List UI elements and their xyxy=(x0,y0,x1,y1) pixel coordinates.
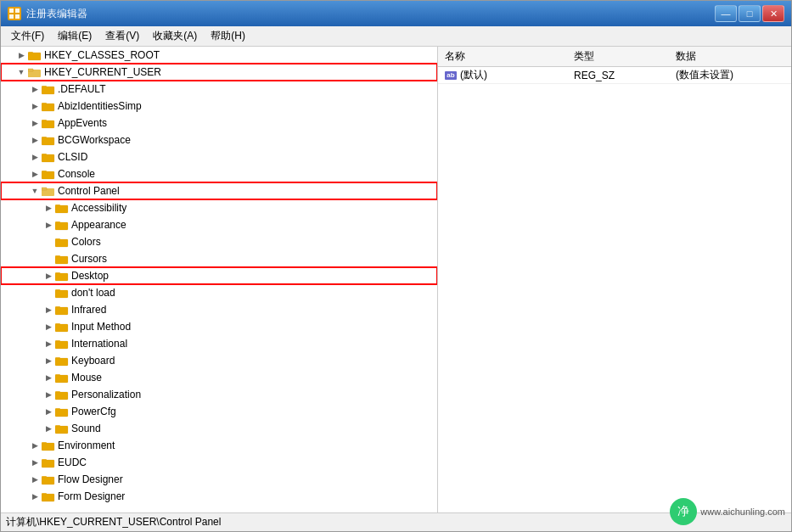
tree-expander-cursors[interactable] xyxy=(42,252,55,266)
tree-expander-flowdesigner[interactable]: ▶ xyxy=(28,473,42,486)
svg-rect-33 xyxy=(55,205,68,213)
tree-item-environment[interactable]: ▶ Environment xyxy=(1,437,437,454)
tree-item-eudc[interactable]: ▶ EUDC xyxy=(1,454,437,471)
svg-rect-84 xyxy=(42,494,54,501)
tree-expander-abiz[interactable]: ▶ xyxy=(28,99,42,113)
tree-expander-environment[interactable]: ▶ xyxy=(28,439,42,452)
tree-expander-sound[interactable]: ▶ xyxy=(42,422,55,435)
tree-label-keyboard: Keyboard xyxy=(71,355,115,367)
svg-rect-75 xyxy=(42,443,54,451)
tree-item-hkcu[interactable]: ▼ HKEY_CURRENT_USER xyxy=(1,64,437,81)
menu-item-f[interactable]: 文件(F) xyxy=(4,27,51,45)
tree-expander-clsid[interactable]: ▶ xyxy=(28,150,42,164)
status-text: 计算机\HKEY_CURRENT_USER\Control Panel xyxy=(6,515,221,529)
tree-label-bcgworkspace: BCGWorkspace xyxy=(58,134,131,146)
tree-expander-mouse[interactable]: ▶ xyxy=(42,371,55,384)
svg-rect-54 xyxy=(55,324,68,332)
svg-rect-57 xyxy=(55,341,68,349)
tree-item-console[interactable]: ▶ Console xyxy=(1,165,437,182)
tree-expander-inputmethod[interactable]: ▶ xyxy=(42,320,55,333)
tree-item-dontload[interactable]: don't load xyxy=(1,284,437,301)
tree-expander-bcgworkspace[interactable]: ▶ xyxy=(28,133,42,147)
tree-item-formdesigner[interactable]: ▶ Form Designer xyxy=(1,488,437,505)
tree-item-appevents[interactable]: ▶ AppEvents xyxy=(1,115,437,132)
tree-expander-powercfg[interactable]: ▶ xyxy=(42,405,55,418)
registry-values-panel: 名称 类型 数据 ab(默认)REG_SZ(数值未设置) xyxy=(438,47,791,512)
menu-item-e[interactable]: 编辑(E) xyxy=(51,27,98,45)
tree-label-cursors: Cursors xyxy=(71,253,107,265)
tree-item-powercfg[interactable]: ▶ PowerCfg xyxy=(1,403,437,420)
tree-label-flowdesigner: Flow Designer xyxy=(58,473,123,485)
tree-expander-hkcr[interactable]: ▶ xyxy=(14,48,28,62)
folder-icon-eudc xyxy=(42,456,55,468)
tree-item-abiz[interactable]: ▶ AbizIdentitiesSimp xyxy=(1,98,437,115)
folder-icon-keyboard xyxy=(55,355,69,367)
tree-expander-console[interactable]: ▶ xyxy=(28,167,42,181)
tree-expander-default[interactable]: ▶ xyxy=(28,82,42,96)
tree-expander-controlpanel[interactable]: ▼ xyxy=(28,184,42,198)
folder-icon-appevents xyxy=(42,117,55,129)
svg-rect-30 xyxy=(42,188,47,190)
watermark-logo-text: 净 xyxy=(677,504,689,519)
tree-item-bcgworkspace[interactable]: ▶ BCGWorkspace xyxy=(1,132,437,148)
maximize-button[interactable]: □ xyxy=(739,5,761,22)
tree-expander-international[interactable]: ▶ xyxy=(42,337,55,350)
tree-item-desktop[interactable]: ▶ Desktop xyxy=(1,267,437,284)
tree-label-powercfg: PowerCfg xyxy=(71,406,116,417)
tree-label-desktop: Desktop xyxy=(71,270,109,282)
tree-item-controlpanel[interactable]: ▼ Control Panel xyxy=(1,182,437,199)
tree-expander-appearance[interactable]: ▶ xyxy=(42,218,55,232)
tree-item-appearance[interactable]: ▶ Appearance xyxy=(1,216,437,233)
svg-rect-36 xyxy=(55,222,68,230)
tree-item-sound[interactable]: ▶ Sound xyxy=(1,420,437,437)
tree-label-international: International xyxy=(71,338,127,350)
folder-icon-personalization xyxy=(55,389,69,400)
tree-expander-appevents[interactable]: ▶ xyxy=(28,116,42,130)
svg-rect-39 xyxy=(55,239,68,247)
tree-expander-infrared[interactable]: ▶ xyxy=(42,303,55,316)
folder-icon-default xyxy=(42,83,55,95)
svg-rect-45 xyxy=(55,273,68,281)
menu-item-a[interactable]: 收藏夹(A) xyxy=(146,27,204,45)
tree-item-inputmethod[interactable]: ▶ Input Method xyxy=(1,318,437,335)
tree-expander-hkcu[interactable]: ▼ xyxy=(14,65,28,79)
tree-item-flowdesigner[interactable]: ▶ Flow Designer xyxy=(1,471,437,488)
folder-icon-powercfg xyxy=(55,406,69,417)
folder-icon-desktop xyxy=(55,270,69,282)
tree-item-default[interactable]: ▶ .DEFAULT xyxy=(1,81,437,98)
tree-item-keyboard[interactable]: ▶ Keyboard xyxy=(1,352,437,369)
tree-expander-formdesigner[interactable]: ▶ xyxy=(28,490,42,503)
tree-expander-keyboard[interactable]: ▶ xyxy=(42,354,55,367)
tree-item-infrared[interactable]: ▶ Infrared xyxy=(1,301,437,318)
folder-icon-appearance xyxy=(55,219,69,231)
tree-item-cursors[interactable]: Cursors xyxy=(1,250,437,267)
tree-expander-dontload[interactable] xyxy=(42,286,55,300)
svg-rect-0 xyxy=(9,8,14,13)
menu-item-h[interactable]: 帮助(H) xyxy=(204,27,252,45)
tree-item-hkcr[interactable]: ▶ HKEY_CLASSES_ROOT xyxy=(1,47,437,64)
tree-expander-accessibility[interactable]: ▶ xyxy=(42,201,55,215)
cell-type: REG_SZ xyxy=(574,70,676,81)
registry-tree[interactable]: ▶ HKEY_CLASSES_ROOT▼ HKEY_CURRENT_USER▶ … xyxy=(1,47,438,512)
tree-expander-personalization[interactable]: ▶ xyxy=(42,388,55,401)
close-button[interactable]: ✕ xyxy=(762,5,784,22)
tree-expander-desktop[interactable]: ▶ xyxy=(42,269,55,283)
column-data-header: 数据 xyxy=(676,49,791,64)
tree-expander-eudc[interactable]: ▶ xyxy=(28,456,42,469)
table-header: 名称 类型 数据 xyxy=(438,47,791,67)
cell-name: ab(默认) xyxy=(438,68,574,82)
tree-item-mouse[interactable]: ▶ Mouse xyxy=(1,369,437,386)
minimize-button[interactable]: — xyxy=(715,5,737,22)
tree-item-personalization[interactable]: ▶ Personalization xyxy=(1,386,437,403)
svg-rect-66 xyxy=(55,392,68,400)
svg-rect-2 xyxy=(9,14,14,19)
tree-expander-colors[interactable] xyxy=(42,235,55,249)
tree-label-environment: Environment xyxy=(58,440,115,451)
tree-item-accessibility[interactable]: ▶ Accessibility xyxy=(1,199,437,216)
tree-item-colors[interactable]: Colors xyxy=(1,233,437,250)
tree-item-clsid[interactable]: ▶ CLSID xyxy=(1,148,437,165)
table-row[interactable]: ab(默认)REG_SZ(数值未设置) xyxy=(438,67,791,84)
tree-item-international[interactable]: ▶ International xyxy=(1,335,437,352)
tree-label-inputmethod: Input Method xyxy=(71,321,131,333)
menu-item-v[interactable]: 查看(V) xyxy=(98,27,146,45)
